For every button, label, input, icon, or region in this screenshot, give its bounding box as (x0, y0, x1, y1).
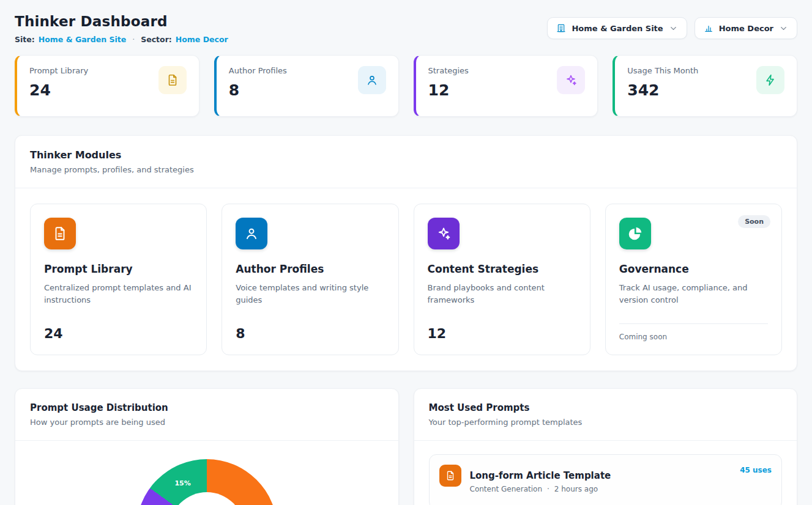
card-title: Most Used Prompts (429, 402, 783, 413)
module-card-governance[interactable]: Soon Governance Track AI usage, complian… (605, 204, 782, 355)
card-title: Prompt Usage Distribution (30, 402, 384, 413)
site-link[interactable]: Home & Garden Site (39, 35, 126, 44)
card-header: Most Used Prompts Your top-performing pr… (414, 389, 797, 441)
module-count: 12 (428, 315, 576, 341)
stats-row: Prompt Library 24 Author Profiles 8 Stra… (15, 55, 797, 117)
stat-card-strategies: Strategies 12 (414, 55, 598, 117)
document-icon (44, 218, 76, 249)
stat-value: 8 (229, 81, 287, 99)
modules-grid: Prompt Library Centralized prompt templa… (15, 188, 797, 370)
document-icon (158, 66, 187, 94)
site-label: Site: (15, 35, 35, 44)
section-header: Thinker Modules Manage prompts, profiles… (15, 136, 797, 188)
dashboard-page: Thinker Dashboard Site: Home & Garden Si… (0, 0, 812, 505)
module-title: Author Profiles (236, 263, 384, 275)
title-block: Thinker Dashboard Site: Home & Garden Si… (15, 13, 228, 44)
pie-chart-icon (619, 218, 651, 249)
module-title: Governance (619, 263, 768, 275)
stat-value: 24 (29, 81, 88, 99)
lightning-icon (756, 66, 784, 94)
stat-card-usage: Usage This Month 342 (613, 55, 797, 117)
prompt-meta: Content Generation · 2 hours ago (470, 485, 732, 493)
usage-donut: 15% (136, 459, 277, 505)
person-icon (358, 66, 386, 94)
prompt-time: 2 hours ago (554, 485, 598, 493)
most-used-prompts-card: Most Used Prompts Your top-performing pr… (414, 388, 798, 505)
stat-card-prompt-library: Prompt Library 24 (15, 55, 199, 117)
stat-label: Strategies (428, 66, 469, 75)
usage-distribution-card: Prompt Usage Distribution How your promp… (15, 388, 399, 505)
module-card-prompt-library[interactable]: Prompt Library Centralized prompt templa… (30, 204, 207, 355)
page-title: Thinker Dashboard (15, 13, 228, 29)
stat-text: Strategies 12 (428, 66, 469, 106)
stat-card-author-profiles: Author Profiles 8 (214, 55, 399, 117)
thinker-modules-section: Thinker Modules Manage prompts, profiles… (15, 135, 797, 371)
prompt-category: Content Generation (470, 485, 542, 493)
card-subtitle: Your top-performing prompt templates (429, 418, 783, 427)
stat-label: Prompt Library (29, 66, 88, 75)
stat-text: Usage This Month 342 (627, 66, 698, 106)
stat-label: Author Profiles (229, 66, 287, 75)
module-description: Brand playbooks and content frameworks (428, 282, 576, 306)
section-title: Thinker Modules (30, 149, 782, 161)
module-count: 24 (44, 315, 193, 341)
module-description: Voice templates and writing style guides (236, 282, 384, 306)
module-description: Centralized prompt templates and AI inst… (44, 282, 193, 306)
module-card-author-profiles[interactable]: Author Profiles Voice templates and writ… (222, 204, 398, 355)
section-subtitle: Manage prompts, profiles, and strategies (30, 165, 782, 174)
module-title: Prompt Library (44, 263, 193, 275)
card-subtitle: How your prompts are being used (30, 418, 384, 427)
building-icon (556, 23, 566, 33)
card-header: Prompt Usage Distribution How your promp… (15, 389, 398, 441)
stat-label: Usage This Month (627, 66, 698, 75)
sparkle-star-icon (428, 218, 460, 249)
breadcrumb: Site: Home & Garden Site · Sector: Home … (15, 35, 228, 44)
person-icon (236, 218, 267, 249)
coming-soon-label: Coming soon (619, 323, 768, 341)
module-count: 8 (236, 315, 384, 341)
chevron-down-icon (669, 24, 678, 33)
meta-separator: · (132, 35, 135, 44)
document-icon (439, 465, 461, 487)
donut-data-label: 15% (174, 479, 190, 487)
header: Thinker Dashboard Site: Home & Garden Si… (15, 13, 797, 44)
stat-value: 12 (428, 81, 469, 99)
stat-text: Author Profiles 8 (229, 66, 287, 106)
prompt-list: Long-form Article Template Content Gener… (414, 441, 797, 505)
bar-chart-icon (704, 23, 713, 33)
module-description: Track AI usage, compliance, and version … (619, 282, 768, 306)
sector-link[interactable]: Home Decor (176, 35, 228, 44)
module-title: Content Strategies (428, 263, 576, 275)
donut-hole (169, 492, 244, 505)
prompt-title: Long-form Article Template (470, 470, 732, 481)
prompt-item-text: Long-form Article Template Content Gener… (470, 470, 732, 493)
site-dropdown-label: Home & Garden Site (572, 24, 663, 33)
sparkle-star-icon (557, 66, 585, 94)
list-item[interactable]: Long-form Article Template Content Gener… (429, 454, 783, 505)
site-dropdown[interactable]: Home & Garden Site (547, 17, 687, 39)
usage-donut-chart: 15% (15, 441, 398, 505)
stat-value: 342 (627, 81, 698, 99)
module-card-content-strategies[interactable]: Content Strategies Brand playbooks and c… (414, 204, 590, 355)
sector-dropdown[interactable]: Home Decor (695, 17, 797, 39)
chevron-down-icon (779, 24, 788, 33)
soon-badge: Soon (738, 215, 770, 228)
meta-dot: · (547, 485, 549, 493)
sector-dropdown-label: Home Decor (719, 24, 773, 33)
sector-label: Sector: (141, 35, 172, 44)
uses-badge: 45 uses (740, 466, 772, 474)
header-controls: Home & Garden Site Home Decor (547, 17, 797, 39)
bottom-row: Prompt Usage Distribution How your promp… (15, 388, 797, 505)
stat-text: Prompt Library 24 (29, 66, 88, 106)
